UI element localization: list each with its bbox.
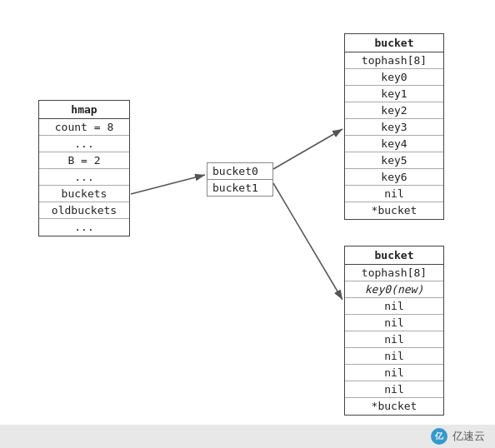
hmap-row-0: count = 8 [39, 119, 129, 136]
hmap-header: hmap [39, 101, 129, 119]
bucket-top-row-2: key1 [345, 86, 443, 102]
bucket-top-row-8: nil [345, 186, 443, 202]
hmap-row-3: ... [39, 169, 129, 186]
bucket-bottom-row-3: nil [345, 315, 443, 331]
bucket-bottom-header: bucket [345, 246, 443, 265]
svg-line-1 [131, 175, 205, 194]
bucket-bottom-row-8: *bucket [345, 398, 443, 415]
hmap-row-1: ... [39, 136, 129, 152]
hmap-row-5: oldbuckets [39, 202, 129, 219]
bucket-top-row-5: key4 [345, 136, 443, 152]
bucket-top-row-7: key6 [345, 169, 443, 186]
svg-line-2 [273, 129, 342, 169]
bucket-bottom-box: bucket tophash[8] key0(new) nil nil nil … [344, 246, 444, 416]
bucket-bottom-row-4: nil [345, 331, 443, 348]
bucket-bottom-row-7: nil [345, 381, 443, 398]
bucket-bottom-row-2: nil [345, 298, 443, 315]
bucket-top-row-3: key2 [345, 102, 443, 119]
bucket-top-row-0: tophash[8] [345, 52, 443, 69]
bucket-top-box: bucket tophash[8] key0 key1 key2 key3 ke… [344, 33, 444, 220]
hmap-row-4: buckets [39, 186, 129, 202]
bucket-bottom-row-5: nil [345, 348, 443, 365]
watermark-bar: 亿 亿速云 [0, 425, 495, 448]
diagram-area: hmap count = 8 ... B = 2 ... buckets old… [0, 0, 495, 425]
bucket-list-row-0: bucket0 [207, 162, 273, 180]
bucket-bottom-row-1: key0(new) [345, 281, 443, 298]
svg-line-3 [273, 183, 342, 300]
bucket-bottom-row-0: tophash[8] [345, 265, 443, 281]
watermark-logo: 亿 亿速云 [431, 428, 485, 445]
bucket-top-row-6: key5 [345, 152, 443, 169]
watermark-text: 亿速云 [452, 429, 485, 444]
hmap-row-6: ... [39, 219, 129, 236]
watermark-icon: 亿 [431, 428, 448, 445]
bucket-top-row-1: key0 [345, 69, 443, 86]
hmap-row-2: B = 2 [39, 152, 129, 169]
bucket-list: bucket0 bucket1 [207, 162, 273, 196]
bucket-bottom-row-6: nil [345, 365, 443, 381]
bucket-list-row-1: bucket1 [207, 179, 273, 197]
bucket-top-row-9: *bucket [345, 202, 443, 219]
hmap-box: hmap count = 8 ... B = 2 ... buckets old… [38, 100, 130, 236]
bucket-top-header: bucket [345, 34, 443, 52]
bucket-top-row-4: key3 [345, 119, 443, 136]
